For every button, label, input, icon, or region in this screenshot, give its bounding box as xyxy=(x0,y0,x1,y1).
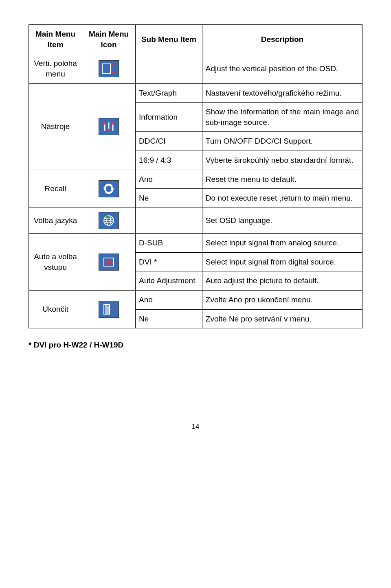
dsub-desc: Select input signal from analog source. xyxy=(202,234,362,253)
ukoncit-ano-sub: Ano xyxy=(136,290,202,309)
ddcci-desc: Turn ON/OFF DDC/CI Support. xyxy=(202,132,362,151)
auto-adjust-icon xyxy=(99,254,119,271)
ukoncit-ne-sub: Ne xyxy=(136,309,202,328)
osd-menu-table: Main Menu Item Main Menu Icon Sub Menu I… xyxy=(29,24,362,328)
information-sub: Information xyxy=(136,103,202,132)
table-row: Verti. poloha menu Adjust the vertical p… xyxy=(29,54,362,83)
table-header-row: Main Menu Item Main Menu Icon Sub Menu I… xyxy=(29,25,362,54)
dvi-desc: Select input signal from digital source. xyxy=(202,252,362,271)
verti-item: Verti. poloha menu xyxy=(29,54,82,83)
nastroje-item: Nástroje xyxy=(29,83,82,170)
language-icon xyxy=(99,212,119,229)
recall-item: Recall xyxy=(29,170,82,208)
textgraph-desc: Nastavení textového/grafického režimu. xyxy=(202,83,362,103)
dsub-sub: D-SUB xyxy=(136,234,202,253)
recall-ano-desc: Reset the menu to default. xyxy=(202,170,362,189)
auto-item: Auto a volba vstupu xyxy=(29,234,82,291)
aspect-desc: Vyberte širokoúhlý nebo standardní formá… xyxy=(202,151,362,170)
col-header-description: Description xyxy=(202,25,362,54)
recall-ano-sub: Ano xyxy=(136,170,202,189)
table-row: Nástroje Text/Graph Nastavení textového/… xyxy=(29,83,362,103)
recall-icon xyxy=(99,180,119,197)
svg-point-10 xyxy=(108,129,110,131)
svg-rect-12 xyxy=(99,181,119,197)
svg-marker-29 xyxy=(105,304,109,314)
volba-sub xyxy=(136,208,202,234)
table-row: Auto a volba vstupu D-SUB Sele xyxy=(29,234,362,253)
footnote-text: * DVI pro H-W22 / H-W19D xyxy=(29,341,362,350)
volba-icon-cell xyxy=(82,208,136,234)
dvi-sub: DVI * xyxy=(136,252,202,271)
table-row: Recall Ano Reset the menu to default. xyxy=(29,170,362,189)
col-header-main-icon: Main Menu Icon xyxy=(82,25,136,54)
ukoncit-item: Ukončit xyxy=(29,290,82,328)
table-row: Volba jazyka Set OSD language. xyxy=(29,208,362,234)
recall-ne-sub: Ne xyxy=(136,189,202,208)
ukoncit-icon-cell xyxy=(82,290,136,328)
textgraph-sub: Text/Graph xyxy=(136,83,202,103)
information-desc: Show the information of the main image a… xyxy=(202,103,362,132)
auto-icon-cell xyxy=(82,234,136,291)
col-header-main-item: Main Menu Item xyxy=(29,25,82,54)
col-header-sub-item: Sub Menu Item xyxy=(136,25,202,54)
ukoncit-ano-desc: Zvolte Ano pro ukončení menu. xyxy=(202,290,362,309)
svg-point-9 xyxy=(103,122,106,125)
recall-icon-cell xyxy=(82,170,136,208)
vertical-position-icon xyxy=(99,60,119,77)
autoadj-desc: Auto adjust the picture to default. xyxy=(202,271,362,291)
page-number: 14 xyxy=(29,423,362,431)
autoadj-sub: Auto Adjustment xyxy=(136,271,202,291)
recall-ne-desc: Do not execute reset ,return to main men… xyxy=(202,189,362,208)
ddcci-sub: DDC/CI xyxy=(136,132,202,151)
svg-point-11 xyxy=(112,122,114,125)
aspect-sub: 16:9 / 4:3 xyxy=(136,151,202,170)
tools-icon xyxy=(99,118,119,135)
ukoncit-ne-desc: Zvolte Ne pro setrvání v menu. xyxy=(202,309,362,328)
verti-desc: Adjust the vertical position of the OSD. xyxy=(202,54,362,83)
exit-icon xyxy=(99,301,119,318)
volba-desc: Set OSD language. xyxy=(202,208,362,234)
table-row: Ukončit Ano Zvolte Ano pro ukončení menu… xyxy=(29,290,362,309)
verti-sub xyxy=(136,54,202,83)
verti-icon-cell xyxy=(82,54,136,83)
volba-item: Volba jazyka xyxy=(29,208,82,234)
nastroje-icon-cell xyxy=(82,83,136,170)
